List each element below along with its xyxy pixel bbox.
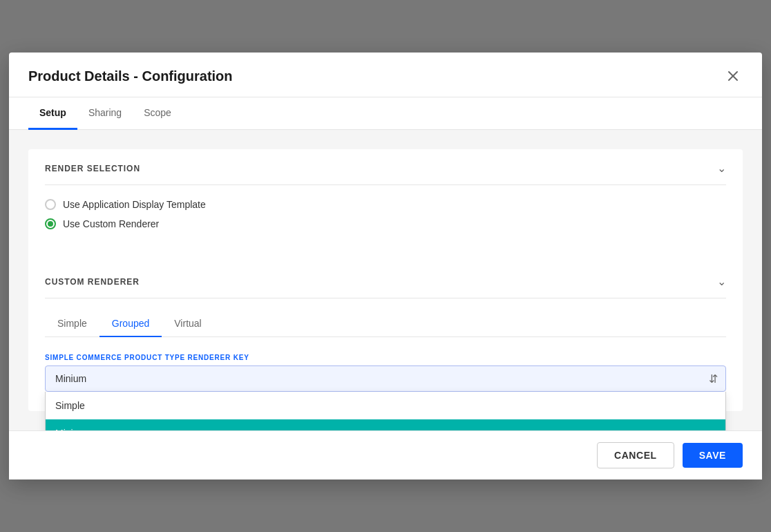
dropdown-item-minium[interactable]: Minium	[46, 419, 725, 430]
tab-bar: Setup Sharing Scope	[9, 97, 762, 130]
modal-body: RENDER SELECTION ⌄ Use Application Displ…	[9, 130, 762, 430]
render-options: Use Application Display Template Use Cus…	[45, 185, 726, 246]
modal-header: Product Details - Configuration	[9, 53, 762, 97]
renderer-tab-bar: Simple Grouped Virtual	[45, 311, 726, 337]
custom-renderer-section-header[interactable]: CUSTOM RENDERER ⌄	[45, 263, 726, 298]
modal-title: Product Details - Configuration	[28, 68, 233, 84]
radio-custom-renderer-icon	[45, 218, 56, 229]
cancel-button[interactable]: CANCEL	[597, 442, 674, 468]
tab-scope[interactable]: Scope	[133, 97, 182, 130]
renderer-tab-grouped[interactable]: Grouped	[99, 311, 162, 337]
tab-setup[interactable]: Setup	[28, 97, 77, 130]
custom-renderer-section: CUSTOM RENDERER ⌄ Simple Grouped Virtual…	[45, 263, 726, 392]
render-selection-chevron-icon: ⌄	[717, 162, 726, 175]
radio-app-display-icon	[45, 199, 56, 210]
radio-custom-renderer-label: Use Custom Renderer	[63, 218, 159, 229]
save-button[interactable]: SAVE	[683, 443, 743, 468]
renderer-tab-simple[interactable]: Simple	[45, 311, 99, 337]
dropdown-list: Simple Minium	[45, 392, 726, 430]
tab-sharing[interactable]: Sharing	[77, 97, 133, 130]
render-selection-section-header[interactable]: RENDER SELECTION ⌄	[45, 149, 726, 185]
renderer-key-select-wrapper: Simple Minium ⇵ Simple Minium	[45, 365, 726, 392]
renderer-key-select[interactable]: Simple Minium	[45, 365, 726, 392]
config-card: RENDER SELECTION ⌄ Use Application Displ…	[28, 149, 743, 411]
renderer-tab-virtual[interactable]: Virtual	[162, 311, 213, 337]
renderer-key-label: SIMPLE COMMERCE PRODUCT TYPE RENDERER KE…	[45, 354, 726, 361]
custom-renderer-title: CUSTOM RENDERER	[45, 277, 140, 287]
radio-custom-renderer[interactable]: Use Custom Renderer	[45, 218, 726, 229]
modal-footer: CANCEL SAVE	[9, 430, 762, 479]
radio-app-display-label: Use Application Display Template	[63, 199, 206, 210]
render-selection-title: RENDER SELECTION	[45, 164, 140, 173]
radio-app-display[interactable]: Use Application Display Template	[45, 199, 726, 210]
custom-renderer-chevron-icon: ⌄	[717, 275, 726, 288]
modal-dialog: Product Details - Configuration Setup Sh…	[9, 53, 762, 479]
close-button[interactable]	[723, 66, 743, 86]
dropdown-item-simple[interactable]: Simple	[46, 392, 725, 419]
